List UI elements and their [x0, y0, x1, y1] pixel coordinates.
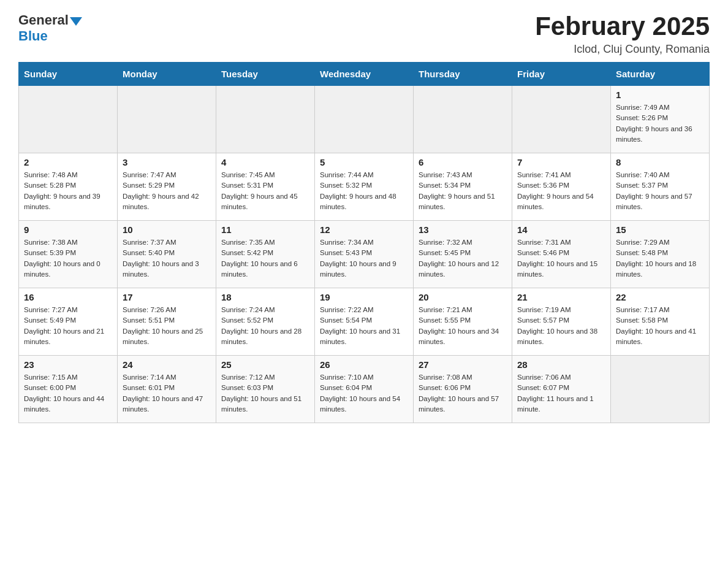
day-number: 4: [221, 157, 309, 167]
calendar-cell: [512, 86, 611, 153]
calendar-cell: 10Sunrise: 7:37 AM Sunset: 5:40 PM Dayli…: [118, 221, 216, 288]
title-section: February 2025 Iclod, Cluj County, Romani…: [535, 12, 710, 56]
day-info: Sunrise: 7:22 AM Sunset: 5:54 PM Dayligh…: [320, 305, 408, 347]
calendar-cell: 21Sunrise: 7:19 AM Sunset: 5:57 PM Dayli…: [512, 288, 611, 356]
calendar-cell: 17Sunrise: 7:26 AM Sunset: 5:51 PM Dayli…: [118, 288, 216, 356]
calendar-cell: 4Sunrise: 7:45 AM Sunset: 5:31 PM Daylig…: [216, 153, 315, 221]
day-info: Sunrise: 7:40 AM Sunset: 5:37 PM Dayligh…: [616, 170, 704, 212]
calendar-week-row: 1Sunrise: 7:49 AM Sunset: 5:26 PM Daylig…: [19, 86, 710, 153]
day-number: 25: [221, 359, 309, 370]
day-info: Sunrise: 7:45 AM Sunset: 5:31 PM Dayligh…: [221, 170, 309, 212]
day-info: Sunrise: 7:37 AM Sunset: 5:40 PM Dayligh…: [123, 237, 211, 280]
day-info: Sunrise: 7:24 AM Sunset: 5:52 PM Dayligh…: [221, 305, 309, 347]
calendar-cell: [315, 86, 414, 153]
day-number: 8: [616, 157, 704, 167]
day-number: 3: [123, 157, 211, 167]
day-number: 18: [221, 292, 309, 302]
day-header-monday: Monday: [118, 63, 216, 86]
logo-text: General: [18, 12, 82, 28]
day-number: 22: [616, 292, 704, 302]
day-info: Sunrise: 7:41 AM Sunset: 5:36 PM Dayligh…: [517, 170, 605, 212]
day-header-sunday: Sunday: [19, 63, 118, 86]
calendar-cell: 20Sunrise: 7:21 AM Sunset: 5:55 PM Dayli…: [414, 288, 512, 356]
calendar-week-row: 9Sunrise: 7:38 AM Sunset: 5:39 PM Daylig…: [19, 221, 710, 288]
day-info: Sunrise: 7:34 AM Sunset: 5:43 PM Dayligh…: [320, 237, 408, 280]
day-number: 27: [419, 359, 507, 370]
calendar-cell: 25Sunrise: 7:12 AM Sunset: 6:03 PM Dayli…: [216, 356, 315, 423]
day-header-tuesday: Tuesday: [216, 63, 315, 86]
day-number: 2: [24, 157, 112, 167]
calendar-cell: 3Sunrise: 7:47 AM Sunset: 5:29 PM Daylig…: [118, 153, 216, 221]
day-info: Sunrise: 7:38 AM Sunset: 5:39 PM Dayligh…: [24, 237, 112, 280]
calendar-week-row: 16Sunrise: 7:27 AM Sunset: 5:49 PM Dayli…: [19, 288, 710, 356]
calendar-cell: 23Sunrise: 7:15 AM Sunset: 6:00 PM Dayli…: [19, 356, 118, 423]
day-info: Sunrise: 7:19 AM Sunset: 5:57 PM Dayligh…: [517, 305, 605, 347]
logo-general-text: General: [18, 12, 69, 28]
month-title: February 2025: [535, 12, 710, 40]
day-header-thursday: Thursday: [414, 63, 512, 86]
calendar-cell: 24Sunrise: 7:14 AM Sunset: 6:01 PM Dayli…: [118, 356, 216, 423]
day-info: Sunrise: 7:08 AM Sunset: 6:06 PM Dayligh…: [419, 372, 507, 415]
day-number: 12: [320, 224, 408, 235]
calendar-week-row: 23Sunrise: 7:15 AM Sunset: 6:00 PM Dayli…: [19, 356, 710, 423]
calendar-cell: 14Sunrise: 7:31 AM Sunset: 5:46 PM Dayli…: [512, 221, 611, 288]
day-info: Sunrise: 7:44 AM Sunset: 5:32 PM Dayligh…: [320, 170, 408, 212]
day-number: 20: [419, 292, 507, 302]
calendar-cell: 2Sunrise: 7:48 AM Sunset: 5:28 PM Daylig…: [19, 153, 118, 221]
day-number: 28: [517, 359, 605, 370]
day-number: 10: [123, 224, 211, 235]
day-info: Sunrise: 7:15 AM Sunset: 6:00 PM Dayligh…: [24, 372, 112, 415]
logo-arrow-icon: [70, 17, 82, 26]
day-number: 19: [320, 292, 408, 302]
day-number: 23: [24, 359, 112, 370]
location-text: Iclod, Cluj County, Romania: [535, 43, 710, 56]
day-number: 1: [616, 90, 704, 100]
day-info: Sunrise: 7:49 AM Sunset: 5:26 PM Dayligh…: [616, 102, 704, 145]
day-number: 26: [320, 359, 408, 370]
day-number: 17: [123, 292, 211, 302]
day-header-wednesday: Wednesday: [315, 63, 414, 86]
calendar-cell: 27Sunrise: 7:08 AM Sunset: 6:06 PM Dayli…: [414, 356, 512, 423]
logo: General Blue: [18, 12, 82, 44]
calendar-cell: [216, 86, 315, 153]
day-info: Sunrise: 7:29 AM Sunset: 5:48 PM Dayligh…: [616, 237, 704, 280]
day-number: 16: [24, 292, 112, 302]
day-info: Sunrise: 7:10 AM Sunset: 6:04 PM Dayligh…: [320, 372, 408, 415]
day-info: Sunrise: 7:21 AM Sunset: 5:55 PM Dayligh…: [419, 305, 507, 347]
calendar-cell: [118, 86, 216, 153]
day-info: Sunrise: 7:26 AM Sunset: 5:51 PM Dayligh…: [123, 305, 211, 347]
calendar-cell: [19, 86, 118, 153]
day-number: 7: [517, 157, 605, 167]
day-number: 15: [616, 224, 704, 235]
calendar-cell: [414, 86, 512, 153]
day-number: 21: [517, 292, 605, 302]
day-number: 14: [517, 224, 605, 235]
calendar-cell: 5Sunrise: 7:44 AM Sunset: 5:32 PM Daylig…: [315, 153, 414, 221]
day-info: Sunrise: 7:48 AM Sunset: 5:28 PM Dayligh…: [24, 170, 112, 212]
page-header: General Blue February 2025 Iclod, Cluj C…: [18, 12, 710, 56]
calendar-cell: 7Sunrise: 7:41 AM Sunset: 5:36 PM Daylig…: [512, 153, 611, 221]
day-number: 24: [123, 359, 211, 370]
day-info: Sunrise: 7:06 AM Sunset: 6:07 PM Dayligh…: [517, 372, 605, 415]
day-number: 6: [419, 157, 507, 167]
calendar-cell: 19Sunrise: 7:22 AM Sunset: 5:54 PM Dayli…: [315, 288, 414, 356]
day-info: Sunrise: 7:14 AM Sunset: 6:01 PM Dayligh…: [123, 372, 211, 415]
calendar-cell: 22Sunrise: 7:17 AM Sunset: 5:58 PM Dayli…: [611, 288, 710, 356]
calendar-table: SundayMondayTuesdayWednesdayThursdayFrid…: [18, 62, 710, 423]
logo-blue-text: Blue: [18, 28, 48, 44]
day-number: 9: [24, 224, 112, 235]
day-info: Sunrise: 7:32 AM Sunset: 5:45 PM Dayligh…: [419, 237, 507, 280]
day-info: Sunrise: 7:27 AM Sunset: 5:49 PM Dayligh…: [24, 305, 112, 347]
day-number: 13: [419, 224, 507, 235]
day-info: Sunrise: 7:12 AM Sunset: 6:03 PM Dayligh…: [221, 372, 309, 415]
calendar-cell: 18Sunrise: 7:24 AM Sunset: 5:52 PM Dayli…: [216, 288, 315, 356]
calendar-cell: 9Sunrise: 7:38 AM Sunset: 5:39 PM Daylig…: [19, 221, 118, 288]
calendar-cell: 16Sunrise: 7:27 AM Sunset: 5:49 PM Dayli…: [19, 288, 118, 356]
day-info: Sunrise: 7:35 AM Sunset: 5:42 PM Dayligh…: [221, 237, 309, 280]
day-info: Sunrise: 7:47 AM Sunset: 5:29 PM Dayligh…: [123, 170, 211, 212]
calendar-week-row: 2Sunrise: 7:48 AM Sunset: 5:28 PM Daylig…: [19, 153, 710, 221]
calendar-cell: 11Sunrise: 7:35 AM Sunset: 5:42 PM Dayli…: [216, 221, 315, 288]
calendar-header-row: SundayMondayTuesdayWednesdayThursdayFrid…: [19, 63, 710, 86]
calendar-cell: 26Sunrise: 7:10 AM Sunset: 6:04 PM Dayli…: [315, 356, 414, 423]
day-header-saturday: Saturday: [611, 63, 710, 86]
